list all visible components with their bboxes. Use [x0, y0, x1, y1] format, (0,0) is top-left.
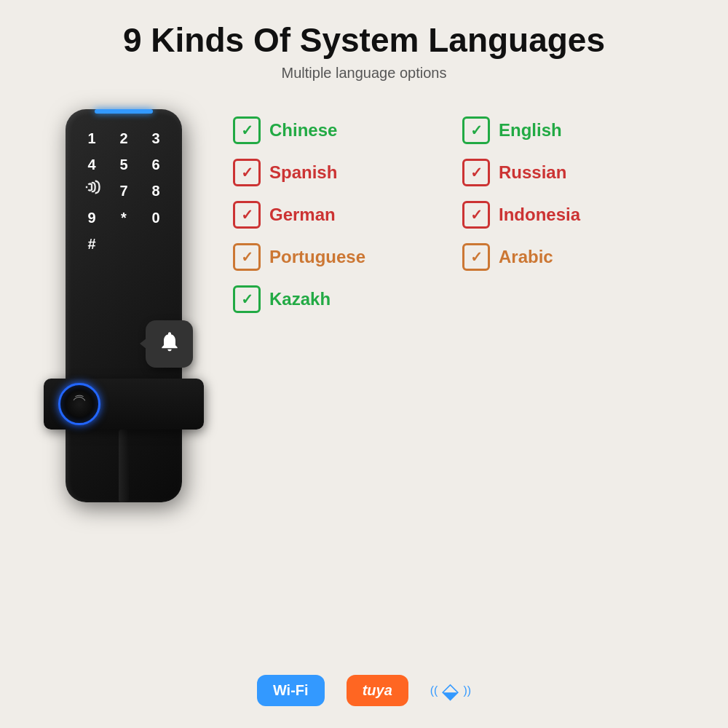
lock-handle-area [44, 386, 204, 502]
lang-item-german: ✓ German [233, 195, 462, 234]
wifi-badge: Wi-Fi [257, 675, 325, 706]
fingerprint-icon [71, 394, 87, 414]
key-8: 8 [143, 181, 169, 202]
checkbox-german: ✓ [233, 201, 261, 229]
bt-wave-left: (( [430, 684, 438, 697]
key-2: 2 [111, 128, 137, 149]
lang-label-german: German [269, 205, 336, 225]
lock-rod [119, 430, 129, 502]
lang-grid: ✓ Chinese ✓ English ✓ Spanish [233, 111, 692, 319]
lock-device: 1 2 3 4 5 6 [29, 96, 218, 502]
lang-label-chinese: Chinese [269, 120, 337, 141]
bluetooth-icon: ⬙ [442, 678, 459, 703]
checkmark-indonesia: ✓ [470, 207, 483, 222]
checkbox-portuguese: ✓ [233, 243, 261, 271]
lang-item-portuguese: ✓ Portuguese [233, 237, 462, 277]
lock-handle [44, 379, 204, 430]
content-area: 1 2 3 4 5 6 [0, 89, 728, 728]
keypad: 1 2 3 4 5 6 [66, 121, 182, 261]
lang-item-chinese: ✓ Chinese [233, 111, 462, 150]
checkmark-chinese: ✓ [241, 123, 253, 138]
checkbox-kazakh: ✓ [233, 285, 261, 313]
lang-label-portuguese: Portuguese [269, 247, 365, 267]
lang-item-kazakh: ✓ Kazakh [233, 280, 462, 319]
checkbox-english: ✓ [462, 116, 490, 144]
checkbox-chinese: ✓ [233, 116, 261, 144]
wifi-label: Wi-Fi [273, 682, 309, 698]
checkbox-indonesia: ✓ [462, 201, 490, 229]
key-hash: # [79, 234, 105, 254]
nfc-area [79, 177, 105, 202]
bottom-badges: Wi-Fi tuya (( ⬙ )) [0, 675, 728, 728]
checkmark-arabic: ✓ [470, 250, 483, 264]
key-5: 5 [111, 154, 137, 175]
lang-label-arabic: Arabic [499, 247, 553, 267]
checkmark-kazakh: ✓ [241, 292, 253, 306]
page-subtitle: Multiple language options [123, 65, 605, 82]
bell-popup [146, 320, 193, 368]
checkbox-russian: ✓ [462, 159, 490, 186]
checkmark-portuguese: ✓ [241, 250, 253, 264]
fingerprint-sensor [58, 383, 100, 425]
key-0: 0 [143, 207, 169, 228]
lang-label-english: English [499, 120, 562, 141]
checkbox-spanish: ✓ [233, 159, 261, 186]
key-3: 3 [143, 128, 169, 149]
lang-label-russian: Russian [499, 162, 566, 183]
checkbox-arabic: ✓ [462, 243, 490, 271]
bell-icon [158, 330, 181, 358]
tuya-badge: tuya [347, 675, 408, 706]
lang-label-kazakh: Kazakh [269, 289, 331, 309]
checkmark-russian: ✓ [470, 165, 483, 180]
checkmark-spanish: ✓ [241, 165, 253, 180]
key-4: 4 [79, 154, 105, 175]
key-9: 9 [79, 207, 105, 228]
lang-label-spanish: Spanish [269, 162, 337, 183]
lang-label-indonesia: Indonesia [499, 205, 580, 225]
header-section: 9 Kinds Of System Languages Multiple lan… [123, 0, 605, 82]
lock-blue-bar [95, 109, 153, 114]
checkmark-english: ✓ [470, 123, 483, 138]
lang-item-english: ✓ English [462, 111, 692, 150]
page-title: 9 Kinds Of System Languages [123, 22, 605, 59]
bluetooth-badge: (( ⬙ )) [430, 678, 471, 703]
tuya-label: tuya [363, 682, 392, 698]
key-7: 7 [111, 181, 137, 202]
bt-wave-right: )) [463, 684, 471, 697]
lang-item-russian: ✓ Russian [462, 153, 692, 192]
lang-item-spanish: ✓ Spanish [233, 153, 462, 192]
key-1: 1 [79, 128, 105, 149]
lang-item-arabic: ✓ Arabic [462, 237, 692, 277]
key-star: * [111, 207, 137, 228]
nfc-icon [82, 183, 102, 201]
fingerprint-inner [66, 391, 92, 417]
key-6: 6 [143, 154, 169, 175]
checkmark-german: ✓ [241, 207, 253, 222]
languages-section: ✓ Chinese ✓ English ✓ Spanish [218, 96, 713, 319]
lang-item-indonesia: ✓ Indonesia [462, 195, 692, 234]
page-container: 9 Kinds Of System Languages Multiple lan… [0, 0, 728, 728]
